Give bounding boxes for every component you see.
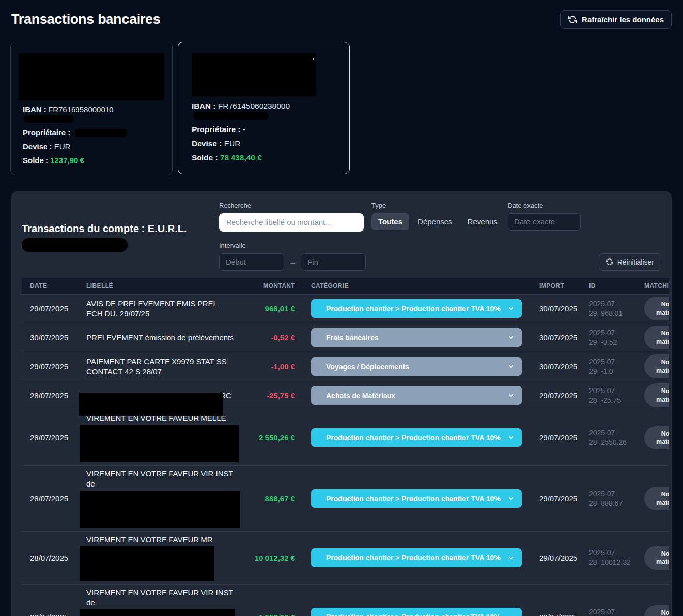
transaction-id: 2025-07- 28_2550.26 [589, 428, 644, 447]
transaction-import-date: 29/07/2025 [530, 433, 589, 442]
transaction-match-cell: Non matché [644, 297, 669, 320]
transaction-label: PAIEMENT PAR CARTE X9979 LECLERC [86, 387, 239, 404]
redacted-account-logo [19, 53, 164, 100]
exact-date-input[interactable] [508, 213, 581, 231]
match-status-badge: Non matché [644, 546, 669, 570]
owner-line: Propriétaire : [23, 128, 160, 137]
category-select[interactable]: Production chantier > Production chantie… [311, 548, 522, 567]
transaction-label: VIREMENT EN VOTRE FAVEUR MELLE [86, 410, 239, 466]
column-header-import: IMPORT [530, 282, 589, 289]
transaction-row: 30/07/2025PRELEVEMENT émission de prélèv… [22, 323, 669, 352]
column-header-id: ID [589, 282, 644, 289]
transaction-category-cell: Achats de Matériaux [311, 386, 530, 405]
type-filter-group: Type Toutes Dépenses Revenus [371, 202, 508, 232]
category-select[interactable]: Achats de Matériaux [311, 386, 522, 405]
transaction-row: 29/07/2025PAIEMENT PAR CARTE X9979 STAT … [22, 352, 669, 381]
page-title: Transactions bancaires [11, 12, 161, 27]
transaction-import-date: 29/07/2025 [530, 554, 589, 562]
match-status-badge: Non matché [644, 383, 669, 407]
category-label: Production chantier > Production chantie… [326, 554, 501, 562]
reset-button-label: Réinitialiser [617, 258, 654, 266]
category-select[interactable]: Frais bancaires [311, 328, 522, 347]
transaction-row: 29/07/2025AVIS DE PRELEVEMENT EMIS PREL … [22, 294, 669, 323]
category-select[interactable]: Production chantier > Production chantie… [311, 428, 522, 447]
reset-icon [606, 258, 613, 266]
exact-date-filter-group: Date exacte [508, 202, 661, 232]
transaction-row: 28/07/2025PAIEMENT PAR CARTE X9979 LECLE… [22, 381, 669, 410]
transaction-label: AVIS DE PRELEVEMENT EMIS PREL ECH DU. 29… [86, 296, 239, 322]
match-status-badge: Non matché [644, 605, 669, 616]
account-card-1[interactable]: IBAN : FR7616958000010 Propriétaire : De… [10, 42, 173, 175]
transaction-category-cell: Production chantier > Production chantie… [311, 299, 530, 318]
match-status-badge: Non matché [644, 297, 669, 320]
transaction-match-cell: Non matché [644, 383, 669, 407]
type-toggle: Toutes Dépenses Revenus [371, 213, 508, 230]
search-label: Recherche [219, 202, 371, 209]
match-status-badge: Non matché [644, 487, 669, 510]
transaction-row: 28/07/2025VIREMENT EN VOTRE FAVEUR MELLE… [22, 410, 669, 466]
column-header-categorie: CATÉGORIE [311, 282, 530, 289]
transaction-row: 28/07/2025VIREMENT EN VOTRE FAVEUR VIR I… [22, 465, 669, 531]
type-label: Type [371, 202, 508, 209]
panel-top: Transactions du compte : E.U.R.L. Recher… [22, 191, 661, 271]
chevron-down-icon [507, 334, 515, 341]
match-status-badge: Non matché [644, 354, 669, 378]
range-start-input[interactable] [219, 253, 284, 271]
transaction-row: 28/07/2025VIREMENT EN VOTRE FAVEUR MR10 … [22, 531, 669, 584]
category-label: Frais bancaires [326, 334, 379, 342]
redaction-box [80, 491, 240, 528]
type-option-toutes[interactable]: Toutes [371, 213, 409, 230]
transactions-table: DATELIBELLÉMONTANTCATÉGORIEIMPORTIDMATCH… [22, 278, 669, 616]
transaction-category-cell: Frais bancaires [311, 328, 530, 347]
type-option-revenus[interactable]: Revenus [461, 213, 504, 230]
refresh-data-button[interactable]: Rafraîchir les données [560, 10, 672, 29]
category-label: Production chantier > Production chantie… [326, 434, 501, 442]
account-cards: IBAN : FR7616958000010 Propriétaire : De… [0, 29, 683, 175]
transaction-match-cell: Non matché [644, 326, 669, 349]
transaction-import-date: 30/07/2025 [530, 362, 589, 371]
category-label: Production chantier > Production chantie… [326, 305, 501, 313]
category-label: Production chantier > Production chantie… [326, 613, 501, 616]
owner-line: Propriétaire : - [192, 125, 336, 134]
iban-line: IBAN : FR76145060238000 [192, 102, 336, 120]
transaction-date: 28/07/2025 [22, 613, 86, 616]
category-select[interactable]: Voyages / Déplacements [311, 357, 522, 376]
chevron-down-icon [507, 434, 515, 441]
currency-line: Devise : EUR [192, 139, 336, 148]
column-header-matching: MATCHING [644, 282, 669, 289]
chevron-down-icon [507, 392, 515, 399]
reset-filters-button[interactable]: Réinitialiser [599, 253, 661, 271]
transaction-date: 29/07/2025 [22, 304, 86, 313]
transaction-label: VIREMENT EN VOTRE FAVEUR VIR INST de [86, 585, 239, 616]
balance-line: Solde : 1237,90 € [23, 156, 160, 165]
column-header-montant: MONTANT [239, 282, 295, 289]
currency-line: Devise : EUR [23, 142, 160, 151]
category-select[interactable]: Production chantier > Production chantie… [311, 299, 522, 318]
redaction-box [80, 609, 235, 616]
section-title: Transactions du compte : E.U.R.L. [22, 223, 219, 235]
range-end-input[interactable] [301, 253, 366, 271]
category-select[interactable]: Production chantier > Production chantie… [311, 608, 522, 616]
transaction-id: 2025-07- 28_888.67 [589, 489, 644, 508]
transaction-category-cell: Production chantier > Production chantie… [311, 548, 530, 567]
transaction-import-date: 29/07/2025 [530, 613, 589, 616]
transaction-id: 2025-07- 28_1957.99 [589, 607, 644, 616]
category-select[interactable]: Production chantier > Production chantie… [311, 489, 522, 508]
transaction-amount: -1,00 € [239, 362, 295, 371]
type-option-depenses[interactable]: Dépenses [411, 213, 459, 230]
category-label: Production chantier > Production chantie… [326, 495, 501, 503]
refresh-icon [568, 15, 577, 24]
transaction-id: 2025-07- 28_-25.75 [589, 386, 644, 405]
transaction-label: VIREMENT EN VOTRE FAVEUR VIR INST de [86, 466, 239, 531]
account-card-2-selected[interactable]: IBAN : FR76145060238000 Propriétaire : -… [178, 42, 350, 174]
transaction-row: 28/07/2025VIREMENT EN VOTRE FAVEUR VIR I… [22, 584, 669, 616]
exact-date-label: Date exacte [508, 202, 661, 209]
transaction-match-cell: Non matché [644, 354, 669, 378]
transaction-id: 2025-07- 29_-1.0 [589, 357, 644, 376]
transaction-id: 2025-07- 29_968.01 [589, 299, 644, 318]
chevron-down-icon [507, 495, 515, 502]
search-input[interactable] [219, 213, 364, 232]
transaction-date: 29/07/2025 [22, 362, 86, 371]
transaction-amount: 2 550,26 € [239, 433, 295, 442]
transaction-amount: -0,52 € [239, 333, 295, 342]
